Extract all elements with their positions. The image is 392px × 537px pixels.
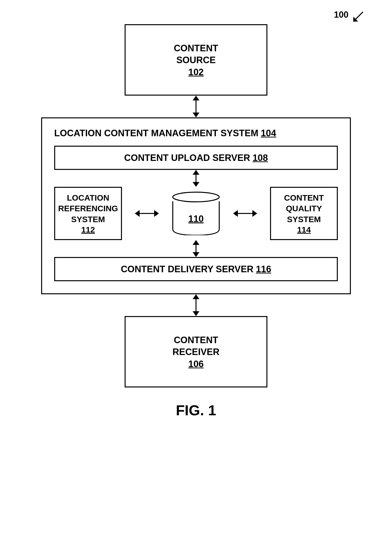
db-body-svg: 110 [172, 201, 220, 235]
delivery-server-number: 116 [256, 264, 271, 274]
quality-system-box: CONTENT QUALITY SYSTEM 114 [270, 187, 338, 240]
arrow-db-to-quality [233, 210, 257, 217]
delivery-server-box: CONTENT DELIVERY SERVER 116 [54, 257, 338, 281]
upload-server-box: CONTENT UPLOAD SERVER 108 [54, 146, 338, 170]
content-source-box: CONTENT SOURCE 102 [125, 24, 267, 96]
content-source-number: 102 [188, 67, 204, 77]
upload-server-number: 108 [253, 153, 268, 163]
arrow-locref-to-db [135, 210, 159, 217]
lcms-box: LOCATION CONTENT MANAGEMENT SYSTEM 104 C… [41, 117, 351, 294]
content-receiver-number: 106 [188, 359, 204, 369]
quality-system-title: CONTENT QUALITY SYSTEM [284, 192, 324, 225]
content-receiver-box: CONTENT RECEIVER 106 [125, 316, 267, 387]
lcms-title-row: LOCATION CONTENT MANAGEMENT SYSTEM 104 [54, 128, 276, 138]
content-source-title: CONTENT SOURCE [174, 42, 218, 66]
diagram-container: 100 CONTENT SOURCE 102 LOCATION CONTENT … [10, 10, 382, 528]
location-ref-number: 112 [81, 225, 95, 234]
lcms-title: LOCATION CONTENT MANAGEMENT SYSTEM [54, 128, 258, 138]
middle-row: LOCATION REFERENCING SYSTEM 112 [54, 187, 338, 240]
content-receiver-title: CONTENT RECEIVER [173, 334, 219, 358]
location-ref-box: LOCATION REFERENCING SYSTEM 112 [54, 187, 122, 240]
arrow-upload-to-db [193, 170, 199, 187]
delivery-server-title: CONTENT DELIVERY SERVER [121, 264, 253, 274]
fig-caption: FIG. 1 [176, 402, 216, 419]
svg-text:110: 110 [188, 214, 204, 224]
location-ref-title: LOCATION REFERENCING SYSTEM [58, 192, 118, 225]
arrow-100-icon [348, 11, 368, 25]
quality-system-number: 114 [297, 225, 311, 234]
arrow-source-to-lcms [193, 96, 199, 117]
database-container: 110 [172, 192, 220, 235]
database-cylinder: 110 [172, 192, 220, 235]
figure-number-label: 100 [334, 10, 348, 20]
db-top-ellipse [172, 192, 220, 202]
arrow-lcms-to-receiver [193, 294, 199, 316]
lcms-number: 104 [261, 128, 276, 138]
upload-server-title: CONTENT UPLOAD SERVER [124, 153, 250, 163]
arrow-db-to-delivery [193, 240, 199, 257]
svg-point-2 [173, 192, 219, 202]
